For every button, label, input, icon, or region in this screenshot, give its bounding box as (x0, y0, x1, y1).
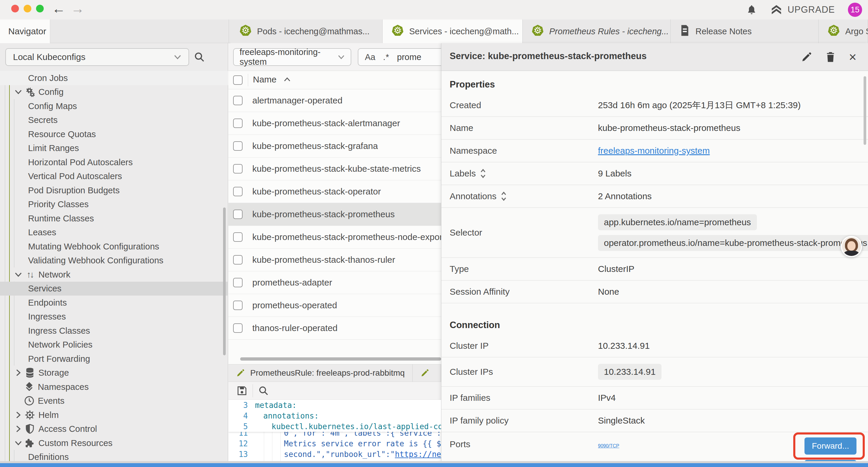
table-row-kube-prometheus-stack-thanos-ruler[interactable]: kube-prometheus-stack-thanos-ruler (228, 249, 441, 271)
select-all-checkbox[interactable] (233, 76, 243, 85)
sidebar-item-runtime-classes[interactable]: Runtime Classes (0, 211, 228, 226)
row-checkbox[interactable] (233, 323, 243, 333)
sidebar-item-vertical-pod-autoscalers[interactable]: Vertical Pod Autoscalers (0, 169, 228, 183)
sidebar-item-namespaces[interactable]: Namespaces (0, 380, 228, 394)
sidebar-item-helm[interactable]: Helm (0, 408, 228, 422)
sidebar-item-cron-jobs[interactable]: Cron Jobs (0, 71, 228, 85)
detail-value: kube-prometheus-stack-prometheus (598, 123, 752, 133)
search-icon[interactable] (194, 52, 205, 63)
table-row-kube-prometheus-stack-prometheus-node-expor[interactable]: kube-prometheus-stack-prometheus-node-ex… (228, 226, 441, 249)
tab-services-icecheng-math[interactable]: Services - icecheng@math...× (382, 20, 523, 43)
sidebar-item-events[interactable]: Events (0, 394, 228, 408)
table-row-alertmanager-operated[interactable]: alertmanager-operated (228, 89, 441, 112)
sidebar-item-label: Network Policies (28, 340, 92, 350)
sort-updown-icon[interactable] (500, 191, 507, 201)
kubeconfig-selector[interactable]: Local Kubeconfigs (5, 48, 189, 66)
port-link[interactable]: 9090/TCP (598, 443, 619, 449)
sort-updown-icon[interactable] (480, 169, 486, 178)
sidebar-item-secrets[interactable]: Secrets (0, 113, 228, 127)
dock-tab-prometheusrule[interactable]: PrometheusRule: freeleaps-prod-rabbitmq (228, 364, 413, 382)
namespace-selector[interactable]: freeleaps-monitoring-system (233, 48, 351, 66)
sidebar-item-limit-ranges[interactable]: Limit Ranges (0, 141, 228, 155)
tab-prometheus-rules-icecheng[interactable]: Prometheus Rules - icecheng... (523, 20, 671, 43)
tab-release-notes[interactable]: Release Notes (671, 20, 819, 43)
back-arrow-icon[interactable]: ← (52, 1, 66, 17)
sidebar-item-ingress-classes[interactable]: Ingress Classes (0, 324, 228, 338)
detail-row-ports: Ports9090/TCPForward...8080:reloader-web… (441, 432, 868, 463)
forward-button[interactable]: Forward... (804, 437, 857, 455)
namespace-link[interactable]: freeleaps-monitoring-system (598, 146, 710, 155)
row-checkbox[interactable] (233, 187, 243, 196)
sidebar-item-port-forwarding[interactable]: Port Forwarding (0, 352, 228, 366)
tab-pods-icecheng-mathmas[interactable]: Pods - icecheng@mathmas... (230, 20, 382, 43)
sidebar-item-network-policies[interactable]: Network Policies (0, 338, 228, 352)
sidebar-item-mutating-webhook-configurations[interactable]: Mutating Webhook Configurations (0, 239, 228, 254)
sidebar-item-validating-webhook-configurations[interactable]: Validating Webhook Configurations (0, 254, 228, 268)
navigator-panel: Local Kubeconfigs Cron JobsConfigConfig … (0, 43, 228, 463)
window-minimize-button[interactable] (24, 5, 31, 12)
sidebar-item-pod-disruption-budgets[interactable]: Pod Disruption Budgets (0, 183, 228, 198)
sidebar-item-services[interactable]: Services (0, 282, 228, 296)
close-icon[interactable]: × (849, 51, 857, 63)
match-case-toggle[interactable]: Aa (365, 52, 375, 62)
save-icon[interactable] (236, 385, 248, 397)
row-checkbox[interactable] (233, 300, 243, 310)
name-column-header[interactable]: Name (253, 75, 291, 85)
sidebar-item-ingresses[interactable]: Ingresses (0, 310, 228, 324)
sidebar-item-leases[interactable]: Leases (0, 226, 228, 240)
sidebar-item-config-maps[interactable]: Config Maps (0, 99, 228, 113)
sidebar-scrollbar[interactable] (223, 207, 226, 355)
navigator-tab[interactable]: Navigator (0, 20, 50, 43)
sidebar-item-label: Horizontal Pod Autoscalers (28, 157, 133, 167)
service-name: kube-prometheus-stack-prometheus-node-ex… (252, 232, 441, 242)
bell-icon[interactable] (746, 4, 757, 16)
table-row-kube-prometheus-stack-kube-state-metrics[interactable]: kube-prometheus-stack-kube-state-metrics (228, 157, 441, 180)
sidebar-item-label: Events (38, 396, 64, 406)
table-row-prometheus-adapter[interactable]: prometheus-adapter (228, 271, 441, 294)
search-input[interactable]: Aa .* prome (358, 48, 441, 66)
delete-trash-icon[interactable] (825, 51, 836, 63)
row-checkbox[interactable] (233, 164, 243, 174)
row-checkbox[interactable] (233, 141, 243, 151)
detail-scrollbar[interactable] (864, 76, 866, 145)
upgrade-button[interactable]: UPGRADE (770, 4, 835, 16)
edit-pencil-icon[interactable] (801, 52, 812, 63)
table-row-kube-prometheus-stack-prometheus[interactable]: kube-prometheus-stack-prometheus (228, 203, 441, 226)
sidebar-item-endpoints[interactable]: Endpoints (0, 296, 228, 310)
table-row-kube-prometheus-stack-alertmanager[interactable]: kube-prometheus-stack-alertmanager (228, 112, 441, 135)
table-row-prometheus-operated[interactable]: prometheus-operated (228, 294, 441, 317)
sidebar-item-horizontal-pod-autoscalers[interactable]: Horizontal Pod Autoscalers (0, 155, 228, 169)
row-checkbox[interactable] (233, 255, 243, 265)
sidebar-item-network[interactable]: ↑↓Network (0, 267, 228, 282)
regex-toggle[interactable]: .* (383, 52, 389, 62)
row-checkbox[interactable] (233, 119, 243, 128)
row-checkbox[interactable] (233, 96, 243, 105)
row-checkbox[interactable] (233, 278, 243, 287)
dock-tab-partial[interactable] (413, 364, 441, 382)
row-checkbox[interactable] (233, 232, 243, 242)
row-checkbox[interactable] (233, 209, 243, 219)
tab-argo-se[interactable]: Argo Se (819, 20, 868, 43)
sidebar-item-resource-quotas[interactable]: Resource Quotas (0, 127, 228, 141)
horizontal-scrollbar[interactable] (240, 357, 441, 360)
tab-label: Services - icecheng@math... (409, 27, 519, 36)
sidebar-item-storage[interactable]: Storage (0, 366, 228, 380)
table-row-kube-prometheus-stack-operator[interactable]: kube-prometheus-stack-operator (228, 180, 441, 203)
sidebar-item-access-control[interactable]: Access Control (0, 422, 228, 436)
sidebar-item-label: Endpoints (28, 298, 67, 308)
detail-label: Created (450, 100, 481, 110)
sidebar-item-config[interactable]: Config (0, 85, 228, 99)
sidebar-item-label: Priority Classes (28, 199, 89, 209)
search-icon[interactable] (258, 385, 269, 396)
pencil-icon (236, 369, 245, 377)
forward-arrow-icon[interactable]: → (71, 1, 85, 17)
window-maximize-button[interactable] (36, 5, 44, 12)
table-row-thanos-ruler-operated[interactable]: thanos-ruler-operated (228, 317, 441, 340)
yaml-editor[interactable]: 3metadata:4annotations:5kubectl.kubernet… (228, 400, 441, 463)
window-close-button[interactable] (11, 5, 19, 12)
notification-badge[interactable]: 15 (848, 3, 862, 17)
sidebar-item-priority-classes[interactable]: Priority Classes (0, 198, 228, 212)
table-row-kube-prometheus-stack-grafana[interactable]: kube-prometheus-stack-grafana (228, 135, 441, 157)
user-avatar[interactable] (841, 236, 862, 257)
sidebar-item-custom-resources[interactable]: Custom Resources (0, 436, 228, 450)
